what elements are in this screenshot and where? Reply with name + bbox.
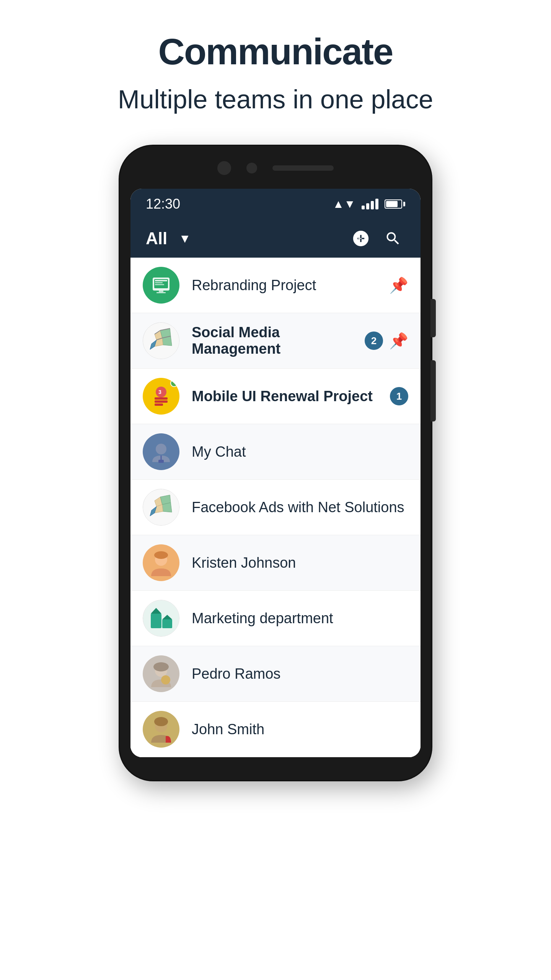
headline: Communicate: [158, 31, 393, 73]
chat-meta-social: 2 📌: [365, 332, 408, 350]
chat-info-marketing: Marketing department: [192, 610, 408, 627]
chat-name-social: Social Media Management: [192, 324, 280, 357]
chat-name-rebranding: Rebranding Project: [192, 277, 316, 293]
svg-point-30: [161, 675, 170, 684]
chat-item-mobile[interactable]: 3 Mobile UI Renewal Project 1: [130, 369, 421, 424]
avatar-social: [143, 322, 179, 359]
svg-point-32: [154, 717, 168, 726]
phone-top-bar: [130, 157, 421, 181]
svg-rect-21: [158, 460, 164, 463]
chat-info-kristen: Kristen Johnson: [192, 555, 408, 571]
chat-name-kristen: Kristen Johnson: [192, 555, 296, 571]
chat-item-social[interactable]: Social Media Management 2 📌: [130, 313, 421, 369]
chat-meta-mobile: 1: [390, 387, 408, 405]
status-bar: 12:30 ▲▼: [130, 189, 421, 219]
add-chat-button[interactable]: +: [349, 226, 373, 251]
chat-info-social: Social Media Management: [192, 324, 365, 357]
svg-text:3: 3: [158, 389, 161, 395]
svg-text:+: +: [357, 234, 362, 243]
svg-point-19: [156, 444, 166, 454]
avatar-kristen: [143, 544, 179, 581]
signal-bar-1: [362, 206, 365, 209]
marketing-icon: [143, 600, 179, 637]
battery-fill: [386, 201, 398, 207]
svg-rect-27: [162, 619, 172, 628]
chat-item-marketing[interactable]: Marketing department: [130, 591, 421, 646]
svg-point-29: [153, 662, 169, 671]
avatar-mobile: 3: [143, 378, 179, 415]
signal-bar-3: [371, 201, 374, 209]
status-time: 12:30: [146, 196, 180, 212]
add-chat-icon: +: [352, 230, 369, 247]
svg-rect-8: [156, 292, 166, 293]
chat-name-pedro: Pedro Ramos: [192, 666, 280, 682]
chat-name-mobile: Mobile UI Renewal Project: [192, 388, 373, 404]
chat-info-mychat: My Chat: [192, 444, 408, 460]
battery-icon: [385, 199, 405, 209]
svg-rect-5: [155, 282, 163, 283]
chat-info-mobile: Mobile UI Renewal Project: [192, 388, 390, 405]
battery-tip: [403, 202, 405, 206]
phone-screen: 12:30 ▲▼: [130, 189, 421, 757]
svg-rect-6: [155, 284, 164, 285]
front-camera: [246, 163, 257, 173]
chat-name-john: John Smith: [192, 721, 264, 737]
online-dot-mobile: [170, 379, 178, 387]
search-icon: [385, 230, 401, 247]
avatar-facebook: [143, 489, 179, 526]
camera-dot: [217, 161, 231, 175]
chat-list: Rebranding Project 📌: [130, 258, 421, 757]
chat-item-kristen[interactable]: Kristen Johnson: [130, 535, 421, 591]
speaker-bar: [272, 165, 334, 171]
svg-point-24: [154, 551, 168, 559]
kristen-icon: [146, 547, 176, 578]
signal-bar-4: [375, 199, 378, 209]
svg-rect-26: [151, 614, 161, 628]
social-icon: [143, 323, 179, 359]
search-button[interactable]: [381, 226, 405, 251]
facebook-icon: [143, 489, 179, 526]
svg-rect-15: [155, 397, 168, 400]
chat-name-facebook: Facebook Ads with Net Solutions: [192, 499, 404, 515]
chat-item-pedro[interactable]: Pedro Ramos: [130, 646, 421, 702]
chat-info-facebook: Facebook Ads with Net Solutions: [192, 499, 408, 516]
svg-rect-7: [159, 291, 163, 292]
mychat-icon: [148, 438, 174, 465]
chat-item-mychat[interactable]: My Chat: [130, 424, 421, 480]
nav-filter-label[interactable]: All: [146, 229, 167, 248]
chat-item-facebook[interactable]: Facebook Ads with Net Solutions: [130, 480, 421, 535]
phone-shell: 12:30 ▲▼: [119, 145, 432, 781]
avatar-john: [143, 711, 179, 748]
status-icons: ▲▼: [333, 198, 405, 211]
chat-name-marketing: Marketing department: [192, 610, 333, 626]
badge-mobile: 1: [390, 387, 408, 405]
svg-rect-4: [155, 280, 167, 281]
mobile-icon: 3: [149, 384, 173, 408]
svg-rect-16: [155, 400, 168, 403]
chat-meta-rebranding: 📌: [389, 276, 408, 294]
avatar-mychat: [143, 433, 179, 470]
dropdown-icon[interactable]: ▼: [179, 232, 191, 246]
avatar-marketing: [143, 600, 179, 637]
chat-name-mychat: My Chat: [192, 444, 246, 460]
nav-bar: All ▼ +: [130, 219, 421, 258]
pin-icon-rebranding: 📌: [389, 276, 408, 294]
pin-icon-social: 📌: [389, 332, 408, 350]
chat-info-rebranding: Rebranding Project: [192, 277, 389, 294]
svg-rect-17: [155, 403, 163, 406]
chat-item-john[interactable]: John Smith: [130, 702, 421, 757]
signal-bar-2: [366, 203, 369, 209]
badge-social: 2: [365, 332, 383, 350]
rebranding-icon: [150, 274, 173, 297]
signal-icon: [362, 199, 378, 209]
avatar-rebranding: [143, 267, 179, 304]
chat-item-rebranding[interactable]: Rebranding Project 📌: [130, 258, 421, 313]
page-wrapper: Communicate Multiple teams in one place …: [0, 0, 551, 980]
chat-info-john: John Smith: [192, 721, 408, 738]
avatar-pedro: [143, 655, 179, 692]
battery-body: [385, 199, 402, 209]
wifi-icon: ▲▼: [333, 198, 355, 211]
pedro-icon: [146, 658, 176, 689]
john-icon: [146, 714, 176, 745]
chat-info-pedro: Pedro Ramos: [192, 666, 408, 682]
